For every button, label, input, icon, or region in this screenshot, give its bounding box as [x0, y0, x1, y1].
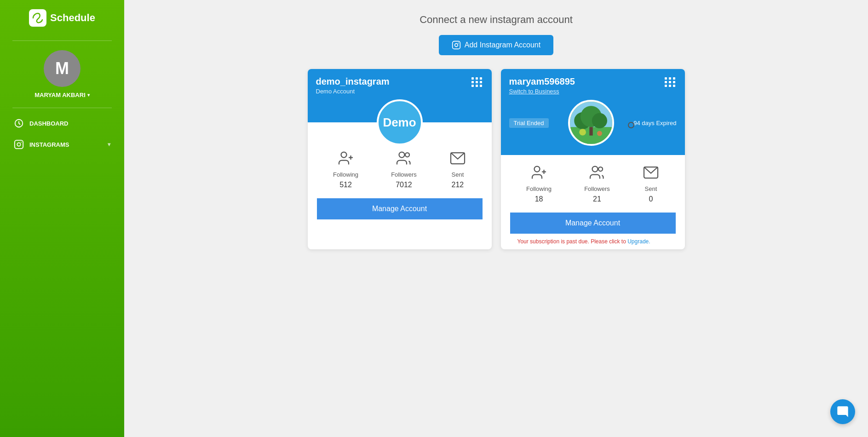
upgrade-link[interactable]: Upgrade.: [627, 238, 650, 245]
sidebar-nav: DASHBOARD INSTAGRAMS ▾: [0, 113, 124, 155]
app-name-label: Schedule: [50, 12, 95, 24]
following-icon-demo: [338, 150, 354, 168]
svg-point-17: [592, 113, 607, 128]
stat-followers-demo: Followers 7012: [391, 150, 417, 189]
sidebar-divider-top: [12, 40, 112, 41]
account-card-maryam: maryam596895 Switch to Business Trial En…: [501, 69, 685, 249]
following-label-maryam: Following: [526, 185, 552, 192]
card-avatar-wrap-demo: Demo: [377, 99, 423, 145]
svg-rect-4: [452, 41, 460, 49]
instagrams-chevron-icon: ▾: [108, 141, 110, 148]
stat-sent-demo: Sent 212: [449, 150, 466, 189]
app-logo: Schedule: [29, 9, 95, 27]
clock-icon: [14, 118, 24, 128]
username-chevron-icon: ▾: [87, 92, 90, 98]
following-value-demo: 512: [339, 181, 352, 189]
svg-point-19: [579, 129, 586, 136]
card-account-name-maryam: maryam596895: [509, 76, 575, 87]
days-expired-badge: 94 days Expired: [633, 119, 676, 127]
instagram-add-icon: [452, 40, 461, 50]
svg-point-20: [597, 131, 602, 136]
sent-icon-maryam: [643, 164, 659, 183]
dashboard-label: DASHBOARD: [29, 120, 110, 127]
card-account-name-demo: demo_instagram: [316, 76, 390, 87]
followers-value-demo: 7012: [396, 181, 412, 189]
followers-label-maryam: Followers: [584, 185, 610, 192]
card-header-maryam: maryam596895 Switch to Business Trial En…: [501, 69, 685, 155]
sidebar-divider-mid: [12, 108, 112, 108]
svg-rect-18: [589, 127, 592, 135]
manage-account-button-maryam[interactable]: Manage Account: [510, 213, 676, 234]
following-label-demo: Following: [333, 171, 358, 178]
card-body-maryam: Following 18 Followers 21: [501, 155, 685, 249]
card-footer-maryam: Your subscription is past due. Please cl…: [510, 234, 676, 249]
svg-point-2: [17, 143, 20, 146]
svg-point-24: [592, 167, 598, 172]
svg-point-21: [534, 167, 540, 172]
accounts-container: demo_instagram Demo Account Demo: [143, 69, 850, 249]
sidebar: Schedule M MARYAM AKBARI ▾ DASHBOARD INS…: [0, 0, 124, 437]
manage-account-button-demo[interactable]: Manage Account: [317, 198, 483, 219]
card-account-sub-demo: Demo Account: [316, 88, 390, 95]
svg-point-5: [454, 44, 458, 47]
sent-label-demo: Sent: [452, 171, 464, 178]
sent-label-maryam: Sent: [645, 185, 657, 192]
stat-followers-maryam: Followers 21: [584, 164, 610, 203]
svg-point-3: [21, 142, 22, 143]
followers-icon-maryam: [589, 164, 605, 183]
sidebar-item-instagrams[interactable]: INSTAGRAMS ▾: [5, 134, 120, 155]
maryam-avatar: [568, 100, 614, 146]
svg-point-25: [598, 167, 603, 171]
chat-icon: [836, 405, 849, 418]
page-title: Connect a new instagram account: [420, 14, 573, 26]
add-instagram-button-label: Add Instagram Account: [465, 41, 540, 49]
demo-avatar: Demo: [377, 99, 423, 145]
trial-ended-badge: Trial Ended: [509, 119, 549, 127]
card-stats-maryam: Following 18 Followers 21: [510, 164, 676, 203]
user-avatar: M: [44, 50, 80, 87]
user-name-label: MARYAM AKBARI: [34, 92, 86, 98]
sidebar-item-dashboard[interactable]: DASHBOARD: [5, 113, 120, 134]
followers-icon-demo: [396, 150, 412, 168]
user-name-button[interactable]: MARYAM AKBARI ▾: [34, 92, 90, 98]
stat-following-maryam: Following 18: [526, 164, 552, 203]
card-header-top-maryam: maryam596895 Switch to Business: [509, 76, 677, 95]
followers-label-demo: Followers: [391, 171, 417, 178]
days-expired-label: 94 days Expired: [633, 120, 676, 126]
svg-point-10: [399, 152, 404, 158]
maryam-avatar-image: [570, 100, 612, 146]
sent-value-maryam: 0: [649, 195, 653, 203]
card-menu-maryam[interactable]: [664, 76, 677, 88]
stat-sent-maryam: Sent 0: [643, 164, 659, 203]
instagrams-label: INSTAGRAMS: [29, 141, 102, 148]
card-menu-demo[interactable]: [471, 76, 483, 88]
logo-icon: [29, 9, 46, 27]
account-card-demo: demo_instagram Demo Account Demo: [308, 69, 492, 249]
card-account-info-maryam: maryam596895 Switch to Business: [509, 76, 575, 95]
chat-button[interactable]: [830, 399, 855, 424]
card-account-info-demo: demo_instagram Demo Account: [316, 76, 390, 95]
svg-point-11: [405, 153, 409, 157]
switch-to-business-link[interactable]: Switch to Business: [509, 88, 559, 95]
followers-value-maryam: 21: [593, 195, 601, 203]
card-stats-demo: Following 512 Followers 7012: [317, 150, 483, 189]
main-content: Connect a new instagram account Add Inst…: [124, 0, 868, 437]
svg-point-7: [341, 152, 346, 158]
instagram-icon: [14, 139, 24, 150]
svg-point-6: [458, 42, 459, 43]
subscription-warning-text: Your subscription is past due. Please cl…: [517, 238, 626, 245]
card-header-demo: demo_instagram Demo Account Demo: [308, 69, 492, 122]
sent-icon-demo: [449, 150, 466, 168]
add-instagram-account-button[interactable]: Add Instagram Account: [439, 35, 553, 55]
stat-following-demo: Following 512: [333, 150, 358, 189]
following-icon-maryam: [531, 164, 547, 183]
demo-avatar-label: Demo: [383, 115, 416, 130]
following-value-maryam: 18: [535, 195, 543, 203]
card-header-top-demo: demo_instagram Demo Account: [316, 76, 483, 95]
svg-rect-1: [15, 140, 23, 149]
trial-ended-label: Trial Ended: [509, 118, 549, 128]
sent-value-demo: 212: [452, 181, 464, 189]
